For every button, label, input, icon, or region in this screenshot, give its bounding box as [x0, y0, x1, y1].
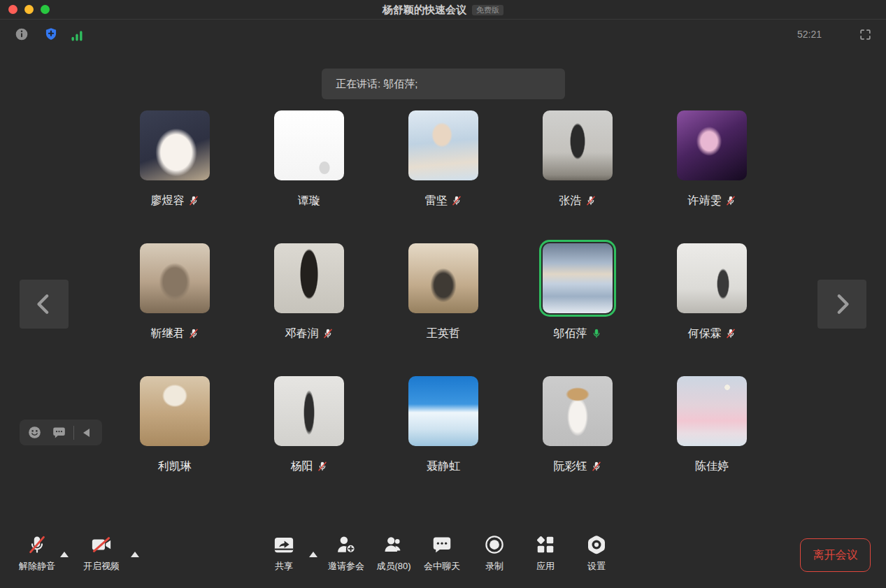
mic-muted-icon	[591, 461, 602, 472]
leave-meeting-button[interactable]: 离开会议	[800, 538, 871, 572]
start-video-button[interactable]: 开启视频	[68, 533, 135, 573]
mic-slash-icon	[27, 534, 48, 555]
settings-label: 设置	[587, 560, 606, 573]
participant-footer: 邬佰萍	[543, 325, 613, 342]
participant-name: 王英哲	[427, 327, 460, 341]
title-bar: 杨舒颖的快速会议 免费版	[0, 0, 886, 20]
participant-tile[interactable]: 何保霖	[677, 243, 747, 376]
participant-name: 张浩	[559, 194, 582, 208]
members-icon	[383, 534, 404, 555]
mic-muted-icon	[585, 195, 596, 206]
participant-avatar	[543, 376, 613, 446]
participant-footer: 雷坚	[408, 192, 478, 209]
participant-avatar	[677, 243, 747, 313]
invite-person-plus-icon	[336, 534, 357, 555]
participant-name: 靳继君	[151, 327, 185, 341]
quick-chat-icon[interactable]	[52, 425, 66, 440]
unmute-label: 解除静音	[19, 560, 55, 573]
participant-avatar	[543, 243, 613, 313]
participant-footer: 何保霖	[677, 325, 747, 342]
participant-tile[interactable]: 杨阳	[274, 376, 344, 509]
participant-tile[interactable]: 陈佳婷	[677, 376, 747, 509]
participant-avatar	[408, 376, 478, 446]
chevron-left-icon	[30, 290, 58, 318]
participant-tile-active-speaker[interactable]: 邬佰萍	[543, 243, 613, 376]
participant-name: 邬佰萍	[554, 327, 587, 341]
participant-tile[interactable]: 许靖雯	[677, 110, 747, 243]
participant-footer: 靳继君	[140, 325, 210, 342]
participant-tile[interactable]: 靳继君	[140, 243, 210, 376]
video-options-arrow[interactable]	[131, 552, 139, 557]
meeting-timer: 52:21	[797, 29, 822, 40]
emoji-reaction-icon[interactable]	[27, 425, 42, 440]
participant-avatar	[408, 110, 478, 180]
participant-name: 聂静虹	[427, 459, 460, 474]
participant-tile[interactable]: 廖煜容	[140, 110, 210, 243]
participant-footer: 利凯琳	[140, 458, 210, 475]
mic-muted-icon	[317, 461, 328, 472]
mic-muted-icon	[188, 195, 199, 206]
chevron-right-icon	[828, 290, 856, 318]
invite-label: 邀请参会	[328, 560, 364, 573]
record-label: 录制	[485, 560, 503, 573]
participant-grid: 廖煜容 谭璇 雷坚 张浩	[140, 110, 747, 509]
mic-muted-icon	[725, 195, 736, 206]
participant-footer: 谭璇	[274, 192, 344, 209]
signal-bars-icon[interactable]	[70, 29, 84, 43]
active-speaker-text: 正在讲话: 邬佰萍;	[336, 78, 418, 91]
participant-tile[interactable]: 邓春润	[274, 243, 344, 376]
start-video-label: 开启视频	[83, 560, 120, 573]
mic-active-icon	[591, 328, 602, 339]
fullscreen-icon[interactable]	[859, 28, 872, 41]
participant-footer: 杨阳	[274, 458, 344, 475]
record-icon	[484, 534, 505, 555]
chat-label: 会中聊天	[424, 560, 460, 573]
active-speaker-banner: 正在讲话: 邬佰萍;	[322, 69, 565, 99]
participant-name: 阮彩钰	[554, 459, 587, 474]
participant-tile[interactable]: 王英哲	[408, 243, 478, 376]
participant-footer: 聂静虹	[408, 458, 478, 475]
meeting-info-icon[interactable]	[15, 27, 29, 41]
participant-footer: 陈佳婷	[677, 458, 747, 475]
participant-name: 杨阳	[291, 459, 313, 474]
participant-name: 雷坚	[425, 194, 448, 208]
participant-footer: 张浩	[543, 192, 613, 209]
meeting-window: 杨舒颖的快速会议 免费版 52:21 正在讲话: 邬佰萍; 廖煜容	[0, 0, 886, 588]
settings-gear-icon	[586, 534, 607, 555]
participant-avatar	[274, 243, 344, 313]
participant-tile[interactable]: 雷坚	[408, 110, 478, 243]
participant-footer: 邓春润	[274, 325, 344, 342]
participant-avatar	[140, 243, 210, 313]
participant-tile[interactable]: 谭璇	[274, 110, 344, 243]
participant-tile[interactable]: 张浩	[543, 110, 613, 243]
mic-muted-icon	[188, 328, 199, 339]
participant-footer: 廖煜容	[140, 192, 210, 209]
settings-button[interactable]: 设置	[563, 533, 630, 573]
meeting-title: 杨舒颖的快速会议	[383, 3, 466, 17]
share-label: 共享	[275, 560, 293, 573]
participant-tile[interactable]: 阮彩钰	[543, 376, 613, 509]
apps-label: 应用	[536, 560, 555, 573]
next-page-button[interactable]	[817, 280, 866, 329]
participant-footer: 王英哲	[408, 325, 478, 342]
participant-name: 许靖雯	[688, 194, 722, 208]
mic-muted-icon	[451, 195, 462, 206]
chat-bubble-icon	[431, 534, 452, 555]
mic-muted-icon	[322, 328, 334, 339]
participant-name: 廖煜容	[151, 194, 185, 208]
share-screen-button[interactable]: 共享	[250, 533, 317, 573]
shield-plus-icon[interactable]	[44, 27, 58, 41]
previous-page-button[interactable]	[20, 280, 69, 329]
participant-name: 谭璇	[298, 194, 320, 208]
participant-name: 邓春润	[285, 327, 319, 341]
camera-slash-icon	[91, 534, 112, 555]
free-plan-badge: 免费版	[472, 5, 503, 15]
apps-icon	[535, 534, 556, 555]
participant-tile[interactable]: 聂静虹	[408, 376, 478, 509]
participant-name: 陈佳婷	[695, 459, 729, 474]
participant-name: 利凯琳	[158, 459, 192, 474]
collapse-pill-icon[interactable]	[83, 429, 90, 437]
participant-tile[interactable]: 利凯琳	[140, 376, 210, 509]
mic-muted-icon	[725, 328, 736, 339]
reaction-pill	[20, 420, 102, 445]
